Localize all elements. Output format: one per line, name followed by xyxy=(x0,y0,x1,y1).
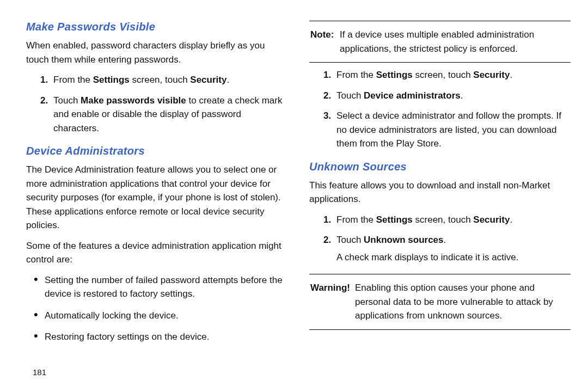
t: screen, touch xyxy=(130,75,191,85)
heading-unknown-sources: Unknown Sources xyxy=(309,161,571,173)
t: From the xyxy=(53,75,93,85)
t: screen, touch xyxy=(413,215,474,225)
t: . xyxy=(461,90,463,101)
t: . xyxy=(226,75,229,85)
t: Settings xyxy=(93,75,130,85)
t: From the xyxy=(336,70,376,80)
steps-list: From the Settings screen, touch Security… xyxy=(323,68,571,151)
t: Touch xyxy=(53,95,81,106)
t: Make passwords visible xyxy=(81,95,186,106)
t: Touch xyxy=(336,235,364,245)
step-item: From the Settings screen, touch Security… xyxy=(323,68,571,82)
heading-make-passwords-visible: Make Passwords Visible xyxy=(26,21,287,33)
divider xyxy=(309,329,571,330)
step-item: Touch Make passwords visible to create a… xyxy=(40,94,287,136)
step-item: Touch Device administrators. xyxy=(323,89,571,103)
step-item: Touch Unknown sources. A check mark disp… xyxy=(323,233,571,264)
t: From the xyxy=(336,215,376,225)
t: Unknown sources xyxy=(364,235,443,245)
steps-list: From the Settings screen, touch Security… xyxy=(323,213,571,265)
page-number: 181 xyxy=(33,367,46,377)
bullet-item: Restoring factory settings on the device… xyxy=(34,330,287,344)
bullet-list: Setting the number of failed password at… xyxy=(34,273,287,344)
body-text: The Device Administration feature allows… xyxy=(26,163,287,232)
t: Settings xyxy=(376,70,413,80)
body-text: This feature allows you to download and … xyxy=(309,179,571,206)
t: Security xyxy=(473,70,510,80)
t: Security xyxy=(190,75,226,85)
t: . xyxy=(510,215,512,225)
heading-device-administrators: Device Administrators xyxy=(26,145,287,157)
t: Device administrators xyxy=(364,90,461,101)
bullet-item: Automatically locking the device. xyxy=(34,309,287,323)
warning-block: Warning! Enabling this option causes you… xyxy=(309,274,571,329)
note-label: Note: xyxy=(310,28,340,56)
bullet-item: Setting the number of failed password at… xyxy=(34,273,287,301)
step-subtext: A check mark displays to indicate it is … xyxy=(336,250,571,265)
warning-label: Warning! xyxy=(310,281,355,323)
t: Security xyxy=(473,215,510,225)
step-item: Select a device administrator and follow… xyxy=(323,109,571,151)
body-text: When enabled, password characters displa… xyxy=(26,39,287,66)
body-text: Some of the features a device administra… xyxy=(26,239,287,267)
note-block: Note: If a device uses multiple enabled … xyxy=(309,21,571,62)
step-item: From the Settings screen, touch Security… xyxy=(40,73,287,87)
warning-text: Enabling this option causes your phone a… xyxy=(355,281,569,323)
divider xyxy=(309,62,571,63)
manual-page: Make Passwords Visible When enabled, pas… xyxy=(0,0,588,392)
note-text: If a device uses multiple enabled admini… xyxy=(340,28,569,56)
t: . xyxy=(444,235,446,245)
left-column: Make Passwords Visible When enabled, pas… xyxy=(26,21,287,392)
right-column: Note: If a device uses multiple enabled … xyxy=(309,21,571,392)
steps-list: From the Settings screen, touch Security… xyxy=(40,73,287,135)
t: Touch xyxy=(336,90,364,101)
t: Settings xyxy=(376,215,413,225)
t: screen, touch xyxy=(413,70,474,80)
t: Select a device administrator and follow… xyxy=(336,111,561,149)
step-item: From the Settings screen, touch Security… xyxy=(323,213,571,227)
t: . xyxy=(510,70,512,80)
